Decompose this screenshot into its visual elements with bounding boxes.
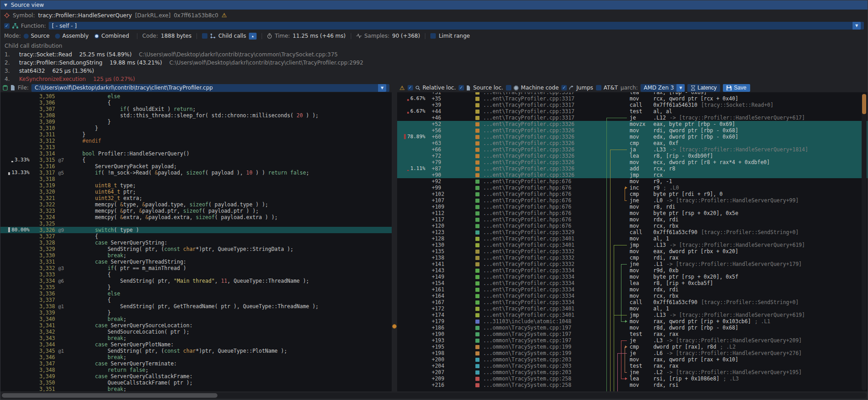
- source-line-row[interactable]: 3,348 return false;: [0, 367, 392, 373]
- machine-code-toggle[interactable]: Machine code: [506, 85, 559, 91]
- save-button[interactable]: Save: [723, 84, 750, 92]
- asm-source-location[interactable]: ...ent\TracyProfiler.cpp:3334: [483, 299, 605, 305]
- source-line-row[interactable]: 3,321 uint32_t extra;: [0, 195, 392, 201]
- asm-source-location[interactable]: ...ent\TracyProfiler.cpp:3326: [483, 172, 605, 178]
- uarch-combo[interactable]: AMD Zen 3 ▼: [641, 84, 685, 92]
- asm-source-location[interactable]: ...ent\TracyProfiler.cpp:3401: [483, 312, 605, 318]
- asm-row[interactable]: +99...ent\TracyProfiler.hpp:676incr9; .L…: [397, 185, 868, 191]
- asm-row[interactable]: +107...ent\TracyProfiler.hpp:676jne.L0->…: [397, 197, 868, 204]
- asm-row[interactable]: +120...ent\TracyProfiler.hpp:676movrcx, …: [397, 223, 868, 229]
- source-line-row[interactable]: 13.33%3,317@5 if( !m_sock->Read( &payloa…: [0, 170, 392, 176]
- relative-loc-checkbox[interactable]: ✓: [408, 85, 413, 90]
- asm-row[interactable]: +179...31103\include\atomic:1048movrax, …: [397, 318, 868, 325]
- collapse-arrow-icon[interactable]: ▼: [4, 3, 7, 7]
- asm-source-location[interactable]: ...ent\TracyProfiler.hpp:676: [483, 223, 605, 229]
- source-line-row[interactable]: 3,314bool Profiler::HandleServerQuery(): [0, 150, 392, 157]
- asm-source-location[interactable]: ...ommon\TracySystem.cpp:199: [483, 350, 605, 356]
- radio-assembly[interactable]: [55, 34, 60, 39]
- child-calls-expand-button[interactable]: ▲: [249, 33, 257, 40]
- source-line-row[interactable]: 3,337 {: [0, 297, 392, 303]
- source-line-row[interactable]: 3,330 break;: [0, 252, 392, 259]
- source-line-row[interactable]: 3,319 uint8_t type;: [0, 182, 392, 189]
- source-line-row[interactable]: 3,331 case ServerQueryThreadString:: [0, 259, 392, 265]
- source-line-row[interactable]: 3,341 case ServerQuerySourceLocation:: [0, 322, 392, 329]
- source-line-row[interactable]: 3,333 {: [0, 271, 392, 278]
- asm-row[interactable]: +72...ent\TracyProfiler.cpp:3326lear8, […: [397, 153, 868, 159]
- source-line-row[interactable]: 3,309 }: [0, 119, 392, 125]
- asm-row[interactable]: +92...ent\TracyProfiler.hpp:676movr9, -1: [397, 178, 868, 185]
- function-checkbox[interactable]: ✓: [4, 23, 10, 29]
- asm-source-location[interactable]: ...ent\TracyProfiler.cpp:3332: [483, 261, 605, 267]
- chevron-down-icon[interactable]: ▼: [378, 84, 386, 92]
- asm-row[interactable]: +56...ent\TracyProfiler.cpp:3326movrdi, …: [397, 127, 868, 134]
- source-line-row[interactable]: 3,344 case ServerQueryPlotName:: [0, 341, 392, 348]
- asm-source-location[interactable]: ...ent\TracyProfiler.cpp:3334: [483, 274, 605, 280]
- asm-row[interactable]: 6.67%+35...ent\TracyProfiler.cpp:3317mov…: [397, 95, 868, 102]
- asm-row[interactable]: 1.11%+87...ent\TracyProfiler.cpp:3326add…: [397, 165, 868, 172]
- radio-source[interactable]: [24, 34, 29, 39]
- limit-range-label[interactable]: Limit range: [439, 33, 469, 39]
- asm-row[interactable]: +161...ent\TracyProfiler.cpp:3334movrdx,…: [397, 286, 868, 293]
- asm-source-location[interactable]: ...ent\TracyProfiler.cpp:3401: [483, 305, 605, 312]
- source-line-row[interactable]: 3,351 break;: [0, 386, 392, 391]
- asm-source-location[interactable]: ...ent\TracyProfiler.cpp:3317: [483, 102, 605, 108]
- limit-range-checkbox[interactable]: [430, 33, 436, 39]
- asm-source-location[interactable]: ...ent\TracyProfiler.cpp:3326: [483, 153, 605, 159]
- asm-row[interactable]: 6.67%+44...ent\TracyProfiler.cpp:3317tes…: [397, 108, 868, 115]
- source-line-row[interactable]: 3,328 case ServerQueryString:: [0, 240, 392, 246]
- source-line-row[interactable]: 80.00%3,326@9 switch( type ): [0, 227, 392, 233]
- asm-source-location[interactable]: ...ent\TracyProfiler.cpp:3326: [483, 121, 605, 127]
- asm-row[interactable]: +135...ent\TracyProfiler.cpp:3332moveax,…: [397, 248, 868, 255]
- mode-option-source[interactable]: Source: [24, 33, 50, 39]
- relative-loc-toggle[interactable]: ✓ Relative loc.: [408, 85, 456, 91]
- asm-source-location[interactable]: ...ent\TracyProfiler.hpp:676: [483, 216, 605, 223]
- asm-source-location[interactable]: ...ent\TracyProfiler.hpp:676: [483, 178, 605, 185]
- asm-source-location[interactable]: ...ent\TracyProfiler.hpp:676: [483, 185, 605, 191]
- child-call-item[interactable]: 3.stat64i32625 μs (1.36%): [0, 67, 868, 75]
- asm-source-location[interactable]: ...ent\TracyProfiler.hpp:676: [483, 210, 605, 216]
- pane-resize-divider[interactable]: [392, 83, 397, 391]
- mode-option-assembly[interactable]: Assembly: [55, 33, 89, 39]
- asm-row[interactable]: +102...ent\TracyProfiler.hpp:676cmpbyte …: [397, 191, 868, 197]
- asm-source-location[interactable]: ...ommon\TracySystem.cpp:199: [483, 344, 605, 350]
- asm-source-location[interactable]: ...ent\TracyProfiler.cpp:3334: [483, 280, 605, 286]
- file-combo[interactable]: C:\Users\wolf\Desktop\darkrl\contrib\tra…: [31, 84, 389, 92]
- asm-source-location[interactable]: ...ent\TracyProfiler.cpp:3326: [483, 134, 605, 140]
- asm-row[interactable]: +186...ommon\TracySystem.cpp:197movr8d, …: [397, 325, 868, 331]
- child-call-item[interactable]: 1.tracy::Socket::Read25.25 ms (54.89%)C:…: [0, 50, 868, 59]
- asm-source-location[interactable]: ...ommon\TracySystem.cpp:258: [483, 375, 605, 382]
- asm-row[interactable]: +141...ent\TracyProfiler.cpp:3332jne.L1-…: [397, 261, 868, 267]
- child-call-name[interactable]: KeSynchronizeExecution: [19, 76, 86, 82]
- source-line-row[interactable]: 3.33%3,315@7{: [0, 157, 392, 163]
- asm-row[interactable]: +46...ent\TracyProfiler.cpp:3317je.L12->…: [397, 115, 868, 121]
- asm-row[interactable]: +149...ent\TracyProfiler.cpp:3334movbyte…: [397, 274, 868, 280]
- mode-option-combined[interactable]: Combined: [94, 33, 129, 39]
- asm-source-location[interactable]: ...ommon\TracySystem.cpp:197: [483, 331, 605, 337]
- source-line-row[interactable]: 3,318: [0, 176, 392, 182]
- asm-row[interactable]: +66...ent\TracyProfiler.cpp:3326ja.L33->…: [397, 146, 868, 153]
- scrollbar-thumb[interactable]: [2, 393, 217, 398]
- asm-source-location[interactable]: ...ent\TracyProfiler.cpp:3326: [483, 165, 605, 172]
- child-calls-label[interactable]: Child calls: [218, 33, 246, 39]
- asm-row[interactable]: +63...ent\TracyProfiler.cpp:3326cmpeax, …: [397, 140, 868, 146]
- source-line-row[interactable]: 3,345@1 SendString( ptr, (const char*)pt…: [0, 348, 392, 354]
- source-line-row[interactable]: 3,322 memcpy( &type, &payload.type, size…: [0, 201, 392, 208]
- asm-source-location[interactable]: ...ent\TracyProfiler.cpp:3334: [483, 267, 605, 274]
- asm-row[interactable]: +164...ent\TracyProfiler.cpp:3334movrcx,…: [397, 293, 868, 299]
- child-call-name[interactable]: tracy::Profiler::SendLongString: [19, 60, 102, 66]
- asm-row[interactable]: +117...ent\TracyProfiler.hpp:676movrdx, …: [397, 216, 868, 223]
- asm-row[interactable]: +138...ent\TracyProfiler.cpp:3332cmprdi,…: [397, 255, 868, 261]
- asm-source-location[interactable]: ...ent\TracyProfiler.cpp:3317: [483, 92, 605, 95]
- child-call-name[interactable]: tracy::Socket::Read: [19, 51, 72, 58]
- asm-source-location[interactable]: ...ent\TracyProfiler.cpp:3334: [483, 286, 605, 293]
- asm-row[interactable]: +200...ommon\TracySystem.cpp:203movrax, …: [397, 356, 868, 363]
- asm-source-location[interactable]: ...ent\TracyProfiler.cpp:3317: [483, 95, 605, 102]
- source-line-row[interactable]: 3,311}: [0, 131, 392, 138]
- database-icon[interactable]: [3, 85, 8, 90]
- asm-row[interactable]: +216...ommon\TracySystem.cpp:258movrdx, …: [397, 382, 868, 388]
- asm-row[interactable]: +52...ent\TracyProfiler.cpp:3326movzxeax…: [397, 121, 868, 127]
- source-line-row[interactable]: 3,350 QueueCallstackFrame( ptr );: [0, 380, 392, 386]
- asm-source-location[interactable]: ...ent\TracyProfiler.cpp:3317: [483, 115, 605, 121]
- source-line-row[interactable]: 3,342 SendSourceLocation( ptr );: [0, 329, 392, 335]
- source-line-row[interactable]: 3,316 ServerQueryPacket payload;: [0, 163, 392, 170]
